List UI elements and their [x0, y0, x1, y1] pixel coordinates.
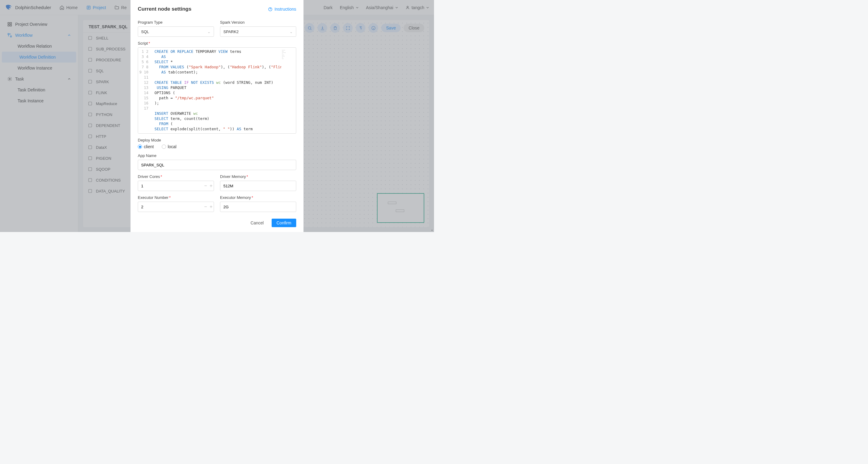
- driver-cores-field[interactable]: [141, 184, 211, 188]
- spark-version-select[interactable]: SPARK2 ⌄: [220, 26, 296, 37]
- chevron-down-icon: ⌄: [289, 29, 293, 34]
- chevron-down-icon: ⌄: [207, 29, 211, 34]
- radio-icon: [138, 145, 142, 149]
- executor-memory-label: Executor Memory*: [220, 195, 296, 200]
- modal-title: Current node settings: [138, 6, 191, 12]
- editor-minimap: ▪▪▪▪▪▪▪▪▪▪▪▪▪▪▪▪▪▪▪▪▪▪▪▪▪▪▪▪▪▪▪▪: [282, 50, 294, 65]
- script-editor[interactable]: 1 2 3 4 5 6 7 8 9 10 11 12 13 14 15 16 1…: [138, 47, 296, 134]
- instructions-link[interactable]: Instructions: [268, 7, 296, 11]
- executor-memory-input[interactable]: [220, 202, 296, 212]
- deploy-mode-label: Deploy Mode: [138, 138, 296, 142]
- appname-label: App Name: [138, 153, 296, 158]
- driver-memory-input[interactable]: [220, 181, 296, 191]
- confirm-button[interactable]: Confirm: [272, 219, 296, 227]
- radio-label: local: [168, 144, 177, 149]
- deploy-mode-local[interactable]: local: [162, 144, 177, 149]
- driver-memory-label: Driver Memory*: [220, 174, 296, 179]
- node-settings-modal: Current node settings Instructions Progr…: [130, 0, 304, 232]
- appname-input[interactable]: [138, 160, 296, 170]
- script-label: Script*: [138, 41, 296, 46]
- editor-gutter: 1 2 3 4 5 6 7 8 9 10 11 12 13 14 15 16 1…: [138, 48, 150, 133]
- executor-number-field[interactable]: [141, 205, 211, 209]
- plus-icon[interactable]: +: [210, 204, 212, 209]
- program-type-select[interactable]: SQL ⌄: [138, 26, 214, 37]
- minus-icon[interactable]: −: [204, 183, 207, 188]
- instructions-label: Instructions: [274, 7, 296, 11]
- spark-version-value: SPARK2: [223, 29, 239, 34]
- help-icon: [268, 7, 273, 11]
- executor-memory-field[interactable]: [223, 205, 293, 209]
- minus-icon[interactable]: −: [204, 204, 207, 209]
- program-type-value: SQL: [141, 29, 149, 34]
- editor-code[interactable]: CREATE OR REPLACE TEMPORARY VIEW terms A…: [154, 49, 281, 132]
- driver-cores-input[interactable]: − +: [138, 181, 214, 191]
- executor-number-input[interactable]: − +: [138, 202, 214, 212]
- driver-memory-field[interactable]: [223, 184, 293, 188]
- executor-number-label: Executor Number*: [138, 195, 214, 200]
- plus-icon[interactable]: +: [210, 183, 212, 188]
- radio-label: client: [144, 144, 154, 149]
- deploy-mode-client[interactable]: client: [138, 144, 154, 149]
- driver-cores-label: Driver Cores*: [138, 174, 214, 179]
- appname-field[interactable]: [141, 163, 293, 167]
- spark-version-label: Spark Version: [220, 20, 296, 25]
- program-type-label: Program Type: [138, 20, 214, 25]
- cancel-button[interactable]: Cancel: [247, 219, 267, 227]
- radio-icon: [162, 145, 166, 149]
